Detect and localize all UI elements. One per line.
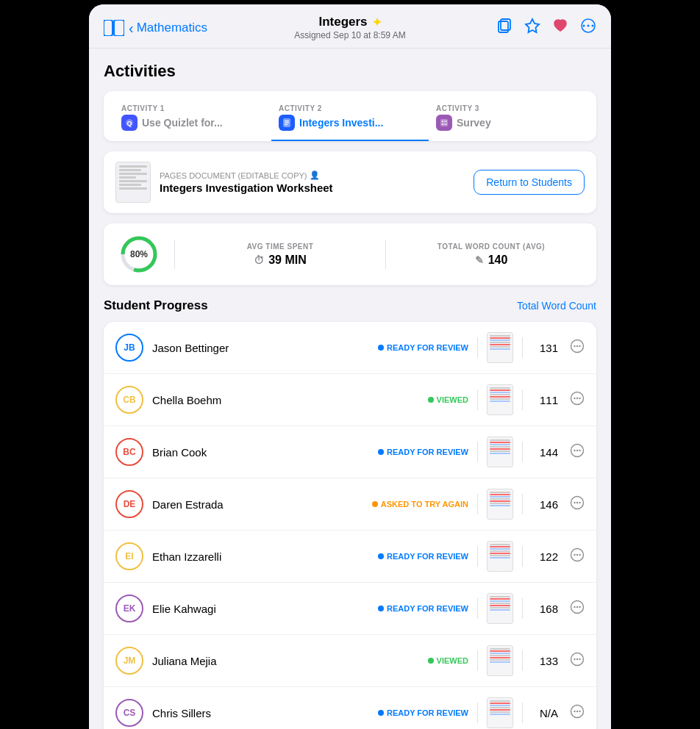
title-text: Integers [318,15,367,29]
avatar: BC [115,438,143,466]
row-more-button[interactable] [570,391,585,409]
clock-icon: ⏱ [254,254,264,266]
svg-point-26 [574,397,575,398]
status-dot [378,606,384,611]
document-info: PAGES DOCUMENT (EDITABLE COPY) 👤 Integer… [115,162,333,203]
svg-rect-11 [285,121,289,121]
row-divider [522,389,523,410]
row-divider [477,546,478,567]
svg-rect-13 [285,124,288,125]
return-to-students-button[interactable]: Return to Students [474,170,585,195]
status-dot [378,553,384,559]
svg-point-35 [576,501,578,503]
status-dot [428,658,434,664]
row-more-button[interactable] [570,600,585,618]
row-more-button[interactable] [570,547,585,566]
svg-point-39 [576,553,578,555]
status-dot [428,397,434,403]
svg-point-4 [582,25,585,27]
status-badge: READY FOR REVIEW [378,604,468,613]
copy-button[interactable] [496,18,512,37]
row-divider [522,598,523,619]
status-badge: READY FOR REVIEW [378,448,468,456]
row-more-button[interactable] [570,443,585,462]
row-more-button[interactable] [570,652,585,670]
row-divider [477,442,478,462]
word-count-stat: TOTAL WORD COUNT (AVG) ✎ 140 [386,243,596,267]
table-row: CS Chris Sillers READY FOR REVIEW N/A [104,687,596,729]
pin-button[interactable] [524,18,540,37]
sidebar-toggle-button[interactable] [104,20,124,36]
app-header: ‹ Mathematics Integers ✦ Assigned Sep 10… [89,4,611,49]
tab-activity-2[interactable]: ACTIVITY 2 Integers Investi... [271,100,429,141]
stats-card: 80% AVG TIME SPENT ⏱ 39 MIN TOTAL WORD C… [104,223,596,285]
document-name: Integers Investigation Worksheet [160,182,333,194]
row-more-button[interactable] [570,495,585,514]
row-divider [477,703,478,723]
tab-activity-1[interactable]: ACTIVITY 1 Q Use Quizlet for... [114,100,271,141]
svg-point-27 [576,397,578,398]
survey-icon [436,115,452,131]
svg-point-5 [587,25,589,27]
svg-point-43 [576,606,578,607]
svg-point-15 [442,121,443,122]
word-count-cell: 144 [532,446,558,459]
word-count-cell: 146 [532,498,558,511]
svg-rect-16 [444,121,447,122]
table-row: EI Ethan Izzarelli READY FOR REVIEW 122 [104,531,596,583]
svg-point-46 [574,658,575,659]
svg-point-17 [442,123,443,125]
svg-point-36 [579,501,580,503]
svg-point-40 [579,553,580,555]
tab-activity-3[interactable]: ACTIVITY 3 Survey [429,100,586,141]
student-name: Brian Cook [152,446,369,459]
doc-preview-thumbnail [487,645,513,676]
student-progress-title: Student Progress [104,298,208,313]
row-divider [522,546,523,567]
status-dot [378,345,384,351]
row-more-button[interactable] [570,339,585,357]
student-name: Ethan Izzarelli [152,550,369,563]
header-center: Integers ✦ Assigned Sep 10 at 8:59 AM [244,15,455,40]
row-more-button[interactable] [570,704,585,722]
svg-point-22 [574,345,575,346]
avatar: DE [115,490,143,518]
svg-point-24 [579,345,580,346]
back-button[interactable]: ‹ Mathematics [129,21,207,35]
row-divider [477,389,478,410]
svg-point-42 [574,606,575,607]
svg-point-34 [574,501,575,503]
progress-label: 80% [130,249,148,259]
row-divider [477,337,478,358]
more-options-button[interactable] [580,18,596,37]
avg-time-value: 39 MIN [268,254,307,267]
word-count-cell: 168 [532,603,558,615]
progress-section: 80% [104,234,174,275]
avg-time-label: AVG TIME SPENT [187,243,374,251]
favorite-button[interactable] [552,18,568,37]
student-name: Chris Sillers [152,707,369,719]
activities-heading: Activities [104,62,596,81]
status-badge: READY FOR REVIEW [378,552,468,561]
svg-point-47 [576,658,578,659]
table-row: DE Daren Estrada ASKED TO TRY AGAIN 146 [104,478,596,531]
table-row: JM Juliana Mejia VIEWED 133 [104,635,596,687]
avatar: JM [115,647,143,675]
avatar: CS [115,699,143,727]
word-count-cell: 111 [532,394,558,406]
row-divider [522,337,523,358]
status-badge: ASKED TO TRY AGAIN [372,500,468,509]
svg-point-44 [579,606,580,607]
doc-preview-thumbnail [487,437,513,467]
sparkle-icon: ✦ [372,15,382,29]
svg-point-38 [574,553,575,555]
student-progress-header: Student Progress Total Word Count [104,298,596,313]
avatar: EK [115,595,143,622]
status-badge: VIEWED [428,656,468,665]
status-dot [372,501,378,507]
table-row: JB Jason Bettinger READY FOR REVIEW 131 [104,322,596,374]
back-label: Mathematics [137,21,207,35]
total-word-count-link[interactable]: Total Word Count [517,300,596,312]
student-name: Chella Boehm [152,394,419,406]
avatar: CB [115,386,143,414]
